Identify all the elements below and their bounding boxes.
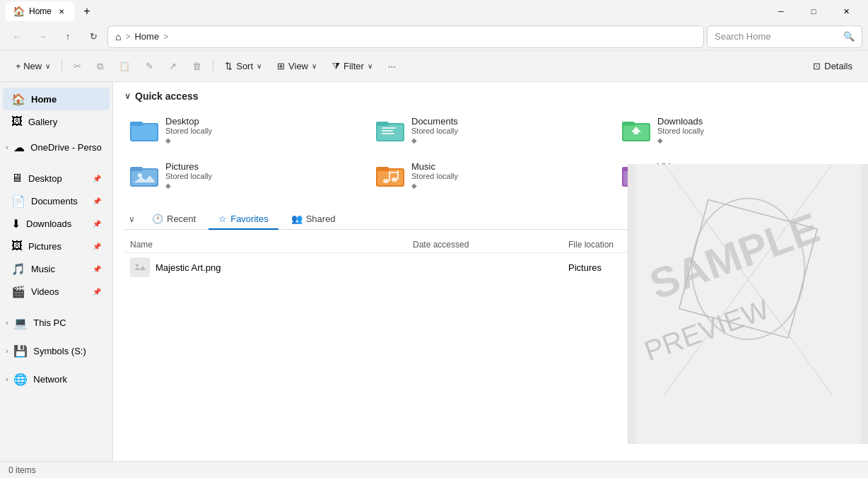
pictures-folder-sub: Stored locally: [165, 172, 212, 180]
details-button[interactable]: ⊡ Details: [806, 55, 860, 78]
pictures-pin-icon: 📌: [93, 243, 101, 250]
folder-item-desktop[interactable]: Desktop Stored locally ◆: [124, 110, 365, 150]
documents-folder-sub: Stored locally: [411, 127, 458, 135]
downloads-pin-icon: 📌: [93, 220, 101, 228]
onedrive-expand-icon[interactable]: ›: [6, 144, 8, 151]
toolbar-right: ⊡ Details: [806, 55, 860, 78]
quick-access-chevron[interactable]: ∨: [124, 91, 131, 101]
svg-point-22: [383, 179, 389, 183]
sidebar-item-network[interactable]: 🌐 Network: [11, 368, 107, 390]
view-label: View: [288, 61, 308, 71]
quick-access-title: Quick access: [135, 91, 199, 102]
sidebar-item-videos[interactable]: 🎬 Videos 📌: [3, 280, 110, 303]
tab-recent[interactable]: 🕐 Recent: [142, 209, 206, 230]
details-icon: ⊡: [813, 61, 821, 71]
desktop-folder-icon: [130, 116, 158, 144]
maximize-button[interactable]: □: [797, 0, 830, 23]
folder-item-documents[interactable]: Documents Stored locally ◆: [370, 110, 611, 150]
pictures-folder-name: Pictures: [165, 161, 212, 172]
sidebar-item-home[interactable]: 🏠 Home: [3, 88, 110, 110]
paste-icon: 📋: [119, 61, 130, 71]
new-button-label: + New: [16, 61, 42, 71]
filter-arrow: ∨: [368, 62, 373, 70]
sidebar-item-symbols[interactable]: 💾 Symbols (S:): [11, 339, 107, 362]
rename-button[interactable]: ✎: [139, 55, 160, 78]
sort-button[interactable]: ⇅ Sort ∨: [218, 55, 269, 78]
share-icon: ↗: [169, 61, 177, 71]
sidebar-item-documents[interactable]: 📄 Documents 📌: [3, 190, 110, 212]
svg-rect-11: [622, 122, 635, 126]
col-name: Name: [130, 240, 413, 250]
documents-folder-info: Documents Stored locally ◆: [411, 116, 458, 144]
desktop-folder-pin: ◆: [165, 136, 212, 144]
new-button[interactable]: + New ∨: [8, 55, 57, 78]
network-expand-icon[interactable]: ›: [6, 375, 8, 383]
address-separator: >: [125, 32, 130, 42]
sidebar-item-downloads[interactable]: ⬇ Downloads 📌: [3, 212, 110, 235]
desktop-sidebar-icon: 🖥: [11, 172, 23, 185]
desktop-folder-info: Desktop Stored locally ◆: [165, 116, 212, 144]
rename-icon: ✎: [146, 61, 153, 71]
svg-rect-15: [131, 170, 157, 185]
sidebar-item-label-gallery: Gallery: [28, 117, 101, 127]
svg-point-23: [392, 177, 397, 182]
sidebar-item-thispc[interactable]: 💻 This PC: [11, 311, 107, 334]
sidebar-item-gallery[interactable]: 🖼 Gallery: [3, 110, 110, 133]
documents-folder-name: Documents: [411, 116, 458, 127]
paste-button[interactable]: 📋: [112, 55, 137, 78]
sort-icon: ⇅: [225, 61, 233, 71]
folder-item-pictures[interactable]: Pictures Stored locally ◆: [124, 156, 365, 195]
favorites-icon: ☆: [218, 214, 227, 224]
svg-rect-8: [382, 133, 394, 134]
copy-button[interactable]: ⧉: [90, 55, 110, 78]
search-icon: 🔍: [843, 31, 855, 42]
more-button[interactable]: ···: [381, 55, 403, 78]
back-button[interactable]: ←: [6, 25, 28, 48]
sidebar-item-label-home: Home: [31, 94, 101, 105]
pictures-folder-pin: ◆: [165, 182, 212, 190]
shared-icon: 👥: [291, 214, 303, 224]
thispc-expand-icon[interactable]: ›: [6, 319, 8, 327]
minimize-button[interactable]: ─: [765, 0, 797, 23]
svg-rect-5: [376, 122, 389, 126]
tab-shared-label: Shared: [306, 214, 336, 224]
filter-button[interactable]: ⧩ Filter ∨: [325, 55, 380, 78]
music-pin-icon: 📌: [93, 265, 101, 273]
delete-button[interactable]: 🗑: [185, 55, 209, 78]
forward-button[interactable]: →: [31, 25, 54, 48]
toolbar-divider-2: [213, 59, 213, 74]
tabs-chevron[interactable]: ∨: [124, 210, 139, 228]
svg-rect-13: [634, 132, 638, 134]
file-cell: Majestic Art.png: [130, 257, 413, 277]
sidebar-item-onedrive[interactable]: ☁ OneDrive - Perso: [11, 136, 107, 158]
cut-button[interactable]: ✂: [66, 55, 88, 78]
view-button[interactable]: ⊞ View ∨: [270, 55, 324, 78]
documents-folder-pin: ◆: [411, 136, 458, 144]
share-button[interactable]: ↗: [162, 55, 184, 78]
new-tab-button[interactable]: +: [77, 1, 97, 21]
symbols-expand-icon[interactable]: ›: [6, 347, 8, 355]
sidebar-item-music[interactable]: 🎵 Music 📌: [3, 257, 110, 280]
svg-rect-16: [130, 167, 143, 171]
tab-favorites[interactable]: ☆ Favorites: [209, 209, 278, 230]
window-controls: ─ □ ✕: [765, 0, 862, 23]
sidebar-item-pictures[interactable]: 🖼 Pictures 📌: [3, 235, 110, 257]
svg-rect-31: [133, 260, 147, 274]
sidebar-item-desktop[interactable]: 🖥 Desktop 📌: [3, 167, 110, 190]
sidebar-item-label-downloads: Downloads: [26, 218, 87, 229]
up-button[interactable]: ↑: [57, 25, 79, 48]
main-layout: 🏠 Home 🖼 Gallery › ☁ OneDrive - Perso 🖥 …: [0, 82, 868, 461]
network-icon: 🌐: [13, 373, 28, 386]
refresh-button[interactable]: ↻: [82, 25, 105, 48]
address-box[interactable]: ⌂ > Home >: [107, 25, 704, 48]
folder-item-music[interactable]: Music Stored locally ◆: [370, 156, 611, 195]
tab-close-button[interactable]: ✕: [56, 6, 67, 17]
search-box[interactable]: Search Home 🔍: [707, 25, 862, 48]
window-close-button[interactable]: ✕: [830, 0, 862, 23]
view-arrow: ∨: [312, 62, 317, 70]
copy-icon: ⧉: [97, 61, 103, 72]
tab-home[interactable]: 🏠 Home ✕: [6, 1, 74, 21]
folder-item-downloads[interactable]: Downloads Stored locally ◆: [616, 110, 857, 150]
tab-shared[interactable]: 👥 Shared: [281, 209, 346, 230]
sidebar-section-thispc: › 💻 This PC: [0, 308, 112, 337]
